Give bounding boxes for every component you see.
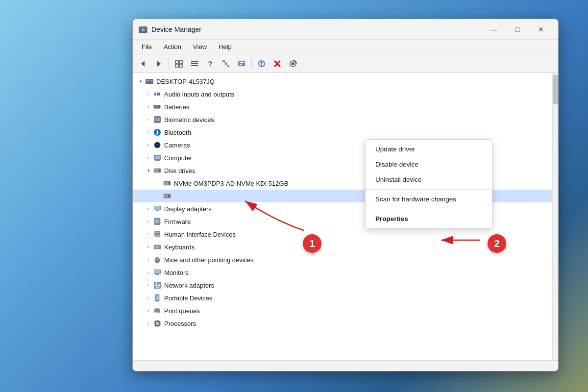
network-expand[interactable]: › — [145, 281, 152, 289]
computer-expand[interactable]: › — [145, 154, 152, 162]
tree-item-print[interactable]: › Print queues — [133, 304, 552, 317]
svg-point-89 — [157, 300, 158, 301]
update-driver-button[interactable] — [254, 57, 269, 71]
portable-expand[interactable]: › — [145, 294, 152, 302]
menu-view[interactable]: View — [188, 42, 212, 51]
svg-rect-47 — [155, 160, 160, 161]
print-expand[interactable]: › — [145, 307, 152, 315]
display-icon — [152, 204, 162, 214]
tree-item-processors[interactable]: › — [133, 317, 552, 330]
display-expand[interactable]: › — [145, 205, 152, 213]
toolbar-separator-2 — [251, 58, 252, 69]
svg-rect-29 — [147, 80, 149, 81]
ctx-properties[interactable]: Properties — [366, 211, 492, 226]
display-label: Display adapters — [164, 205, 212, 213]
title-left: Device Manager — [139, 25, 201, 34]
context-menu: Update driver Disable device Uninstall d… — [365, 139, 492, 229]
svg-rect-10 — [191, 61, 198, 62]
tree-item-monitors[interactable]: › Monitors — [133, 266, 552, 279]
svg-rect-45 — [155, 156, 160, 159]
scrollbar-thumb[interactable] — [553, 75, 558, 104]
mice-expand[interactable]: › — [145, 256, 152, 264]
audio-expand[interactable]: › — [145, 90, 152, 98]
svg-point-93 — [159, 310, 160, 311]
tree-root[interactable]: ▾ DESKTOP-4L537JQ — [133, 75, 552, 88]
svg-rect-14 — [225, 63, 227, 65]
svg-rect-11 — [191, 63, 198, 64]
svg-marker-4 — [141, 61, 145, 67]
nvme1-label: NVMe OM3PDP3-AD NVMe KDI 512GB — [174, 180, 288, 187]
ctx-disable-device[interactable]: Disable device — [366, 157, 492, 172]
root-label: DESKTOP-4L537JQ — [156, 78, 215, 85]
scrollbar-track[interactable] — [552, 73, 558, 360]
tree-item-biometric[interactable]: › Biometric devices — [133, 113, 552, 126]
uninstall-device-toolbar-button[interactable] — [270, 57, 285, 71]
svg-rect-62 — [155, 220, 159, 220]
show-full-view-button[interactable] — [172, 57, 186, 71]
bluetooth-expand[interactable]: › — [145, 128, 152, 136]
monitors-expand[interactable]: › — [145, 269, 152, 276]
scan-hardware-button[interactable] — [286, 57, 300, 71]
svg-rect-2 — [144, 26, 146, 27]
svg-rect-65 — [154, 231, 160, 235]
portable-icon — [152, 293, 162, 303]
svg-rect-1 — [140, 26, 143, 27]
audio-label: Audio inputs and outputs — [164, 91, 234, 98]
ctx-sep-1 — [366, 189, 492, 190]
forward-button[interactable] — [151, 57, 166, 71]
svg-rect-28 — [146, 79, 153, 84]
hid-expand[interactable]: › — [145, 230, 152, 238]
svg-point-27 — [292, 62, 294, 65]
svg-line-16 — [224, 62, 226, 63]
help-button[interactable]: ? — [203, 57, 218, 71]
svg-point-50 — [159, 170, 160, 172]
keyboards-label: Keyboards — [164, 244, 195, 251]
close-button[interactable]: ✕ — [530, 22, 552, 37]
tree-item-batteries[interactable]: › Batteries — [133, 100, 552, 113]
show-by-connection-button[interactable] — [219, 57, 233, 71]
show-resources-button[interactable] — [234, 57, 249, 71]
cameras-icon — [152, 140, 162, 150]
root-expand-arrow[interactable]: ▾ — [137, 77, 145, 85]
processors-expand[interactable]: › — [145, 319, 152, 327]
audio-icon — [152, 89, 162, 99]
monitors-icon — [152, 268, 162, 277]
back-button[interactable] — [136, 57, 150, 71]
menu-file[interactable]: File — [137, 42, 157, 51]
tree-item-mice[interactable]: › Mice and other pointing devices — [133, 253, 552, 266]
bluetooth-label: Bluetooth — [164, 129, 191, 136]
ctx-scan-hardware[interactable]: Scan for hardware changes — [366, 192, 492, 207]
svg-rect-6 — [175, 60, 178, 63]
menu-action[interactable]: Action — [159, 42, 186, 51]
svg-rect-46 — [156, 160, 159, 160]
svg-rect-20 — [240, 64, 242, 65]
batteries-expand[interactable]: › — [145, 103, 152, 111]
tree-item-network[interactable]: › Network adapters — [133, 279, 552, 292]
tree-item-bluetooth[interactable]: › Bluetooth — [133, 126, 552, 139]
svg-rect-8 — [175, 64, 178, 67]
svg-point-53 — [169, 183, 170, 184]
ctx-update-driver[interactable]: Update driver — [366, 142, 492, 157]
svg-rect-66 — [155, 232, 157, 233]
batteries-icon — [152, 102, 162, 112]
processors-icon — [152, 318, 162, 328]
svg-point-56 — [169, 196, 170, 197]
svg-rect-12 — [191, 65, 198, 66]
ctx-uninstall-device[interactable]: Uninstall device — [366, 172, 492, 187]
svg-rect-64 — [155, 222, 158, 223]
diskdrives-expand[interactable]: ▾ — [145, 167, 152, 174]
svg-point-3 — [142, 28, 145, 31]
maximize-button[interactable]: □ — [506, 22, 529, 37]
menu-help[interactable]: Help — [214, 42, 237, 51]
minimize-button[interactable]: — — [483, 22, 505, 37]
svg-rect-69 — [155, 236, 160, 237]
show-list-button[interactable] — [187, 57, 202, 71]
biometric-expand[interactable]: › — [145, 116, 152, 123]
firmware-expand[interactable]: › — [145, 218, 152, 225]
cameras-expand[interactable]: › — [145, 141, 152, 149]
annotation-1: 1 — [303, 234, 321, 253]
keyboards-expand[interactable]: › — [145, 243, 152, 251]
tree-item-audio[interactable]: › Audio inputs and outputs — [133, 88, 552, 100]
tree-item-portable[interactable]: › Portable Devices — [133, 292, 552, 304]
nvme1-icon — [162, 178, 172, 188]
